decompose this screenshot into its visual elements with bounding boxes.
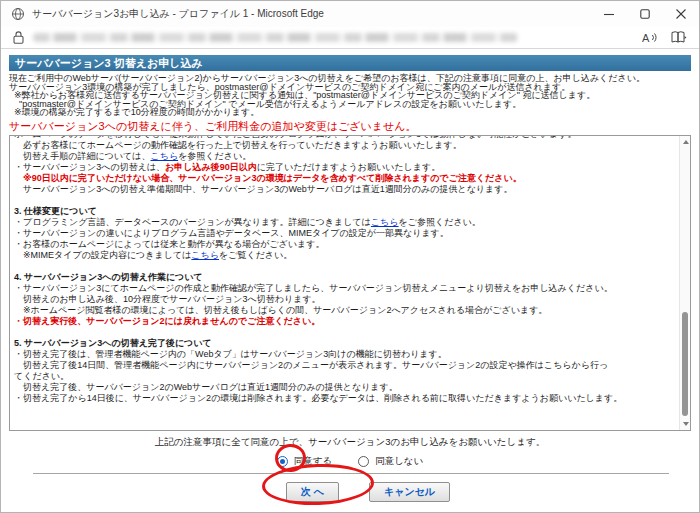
address-bar: A bbox=[1, 27, 699, 49]
address-bar-actions: A bbox=[642, 31, 687, 44]
terms-line: 必ずお客様にてホームページの動作確認を行った上で切替えを行っていただきますようお… bbox=[14, 140, 675, 151]
window-title: サーババージョン3お申し込み - プロファイル 1 - Microsoft Ed… bbox=[32, 7, 324, 21]
terms-text: 4. サーババージョン3への切替え作業について bbox=[14, 272, 203, 282]
terms-link[interactable]: こちら bbox=[371, 217, 399, 227]
scroll-down-arrow-icon[interactable] bbox=[680, 418, 691, 430]
intro-line: ※環境の構築が完了するまで10分程度の時間がかかります。 bbox=[9, 108, 691, 117]
close-button[interactable] bbox=[663, 1, 699, 27]
terms-text: をご覧ください。 bbox=[219, 250, 292, 260]
terms-line: ・サーババージョン3への切替えは、お申し込み後90日以内に完了いただけますようお… bbox=[14, 162, 675, 173]
terms-scrollbar[interactable] bbox=[679, 136, 690, 430]
read-aloud-icon[interactable]: A bbox=[642, 31, 657, 44]
title-bar: サーババージョン3お申し込み - プロファイル 1 - Microsoft Ed… bbox=[1, 1, 699, 27]
terms-text: 5. サーババージョン3への切替え完了後について bbox=[14, 338, 212, 348]
terms-text: 3. 仕様変更について bbox=[14, 206, 97, 216]
terms-line bbox=[14, 327, 675, 338]
terms-content: ホームページのデータを移行しても、従来動作していたご自身のプログラムが、サーババ… bbox=[10, 136, 679, 404]
terms-text: ・サーババージョン3への切替えは、 bbox=[14, 162, 165, 172]
globe-icon bbox=[11, 7, 25, 21]
terms-text: 必ずお客様にてホームページの動作確認を行った上で切替えを行っていただきますようお… bbox=[23, 140, 462, 150]
terms-line: サーババージョン3への切替え準備期間中、サーババージョン3のWebサーバログは直… bbox=[14, 184, 675, 195]
terms-text: ・切替え実行後、サーババージョン2には戻れませんのでご注意ください。 bbox=[14, 316, 320, 326]
terms-text: に完了いただけますようお願いいたします。 bbox=[257, 162, 440, 172]
terms-line: ・切替え完了から14日後に、サーババージョン2の環境は削除されます。必要なデータ… bbox=[14, 393, 675, 404]
browser-window: サーババージョン3お申し込み - プロファイル 1 - Microsoft Ed… bbox=[0, 0, 700, 513]
terms-text: お申し込み後90日以内 bbox=[165, 162, 257, 172]
intro-text: 現在ご利用中のWebサーバ(サーババージョン2)からサーババージョン3への切替え… bbox=[9, 74, 691, 117]
terms-line: ・切替え完了後は、管理者機能ページ内の「Webタブ」はサーババージョン3向けの機… bbox=[14, 349, 675, 360]
terms-line: てください。 bbox=[14, 371, 675, 382]
page-content: サーババージョン3 切替えお申し込み 現在ご利用中のWebサーバ(サーババージョ… bbox=[1, 49, 699, 502]
maximize-button[interactable] bbox=[627, 1, 663, 27]
terms-line: 切替え完了後、サーババージョン2のWebサーバログは直近1週間分のみの提供となり… bbox=[14, 382, 675, 393]
disagree-radio[interactable] bbox=[358, 456, 369, 467]
button-row: 次 へ キャンセル bbox=[27, 482, 700, 502]
terms-text: ※MIMEタイプの設定内容につきましては bbox=[23, 250, 191, 260]
disagree-label[interactable]: 同意しない bbox=[375, 455, 423, 468]
terms-text: 切替え手順の詳細については、 bbox=[23, 151, 150, 161]
terms-line: 3. 仕様変更について bbox=[14, 206, 675, 217]
terms-text: ※ホームページ閲覧者様の環境によっては、切替え後もしばらくの間、サーババージョン… bbox=[23, 305, 547, 315]
terms-line bbox=[14, 195, 675, 206]
close-icon bbox=[676, 9, 686, 19]
terms-line: 5. サーババージョン3への切替え完了後について bbox=[14, 338, 675, 349]
terms-text: ・プログラミング言語、データベースのバージョンが異なります。詳細につきましては bbox=[14, 217, 371, 227]
terms-line: 切替えのお申し込み後、10分程度でサーババージョン3へ切替わります。 bbox=[14, 294, 675, 305]
window-controls bbox=[591, 1, 699, 27]
terms-text: ・お客様のホームページによっては従来と動作が異なる場合がございます。 bbox=[14, 239, 324, 249]
agree-label[interactable]: 同意する bbox=[294, 455, 332, 468]
agreement-radio-group: 同意する 同意しない bbox=[9, 455, 691, 468]
maximize-icon bbox=[640, 9, 650, 19]
agreement-notice: 上記の注意事項に全て同意の上で、サーババージョン3のお申し込みをお願いいたします… bbox=[9, 436, 691, 449]
cancel-button[interactable]: キャンセル bbox=[369, 482, 450, 502]
terms-text: をご参照ください。 bbox=[399, 217, 481, 227]
terms-link[interactable]: こちら bbox=[150, 151, 178, 161]
terms-text: 切替えのお申し込み後、10分程度でサーババージョン3へ切替わります。 bbox=[23, 294, 321, 304]
terms-text: ・サーババージョンの違いによりプログラム言語やデータベース、MIMEタイプの設定… bbox=[14, 228, 449, 238]
terms-line: 切替え手順の詳細については、こちらを参照ください。 bbox=[14, 151, 675, 162]
terms-text: ※90日以内に完了いただけない場合、サーババージョン3の環境はデータを含めすべて… bbox=[23, 173, 522, 183]
terms-line: 4. サーババージョン3への切替え作業について bbox=[14, 272, 675, 283]
fee-notice: サーババージョン3への切替えに伴う、ご利用料金の追加や変更はございません。 bbox=[9, 120, 691, 132]
terms-link[interactable]: こちら bbox=[191, 250, 219, 260]
terms-line: ※MIMEタイプの設定内容につきましてはこちらをご覧ください。 bbox=[14, 250, 675, 261]
terms-line: ・サーババージョン3にてホームページの作成と動作確認が完了しましたら、サーババー… bbox=[14, 283, 675, 294]
scrollbar-thumb[interactable] bbox=[682, 312, 688, 416]
terms-line bbox=[14, 261, 675, 272]
agree-radio[interactable] bbox=[277, 456, 288, 467]
terms-text: ・切替え完了後は、管理者機能ページ内の「Webタブ」はサーババージョン3向けの機… bbox=[14, 349, 447, 359]
url-field-blurred[interactable] bbox=[33, 33, 518, 42]
minimize-icon bbox=[604, 9, 614, 19]
terms-line: 切替え完了後14日間、管理者機能ページ内にサーババージョン2のメニューが表示され… bbox=[14, 360, 675, 371]
terms-line: ・プログラミング言語、データベースのバージョンが異なります。詳細につきましてはこ… bbox=[14, 217, 675, 228]
terms-text: 切替え完了後、サーババージョン2のWebサーバログは直近1週間分のみの提供となり… bbox=[23, 382, 398, 392]
page-title: サーババージョン3 切替えお申し込み bbox=[9, 55, 691, 71]
next-button[interactable]: 次 へ bbox=[286, 482, 339, 502]
terms-text: ・切替え完了から14日後に、サーババージョン2の環境は削除されます。必要なデータ… bbox=[14, 393, 622, 403]
terms-line: ※90日以内に完了いただけない場合、サーババージョン3の環境はデータを含めすべて… bbox=[14, 173, 675, 184]
immersive-reader-icon[interactable] bbox=[671, 31, 687, 44]
lock-icon bbox=[13, 31, 24, 44]
terms-text: ・サーババージョン3にてホームページの作成と動作確認が完了しましたら、サーババー… bbox=[14, 283, 613, 293]
terms-text: を参照ください。 bbox=[178, 151, 251, 161]
terms-line: ・切替え実行後、サーババージョン2には戻れませんのでご注意ください。 bbox=[14, 316, 675, 327]
terms-line: ・サーババージョンの違いによりプログラム言語やデータベース、MIMEタイプの設定… bbox=[14, 228, 675, 239]
terms-text: てください。 bbox=[14, 371, 69, 381]
terms-text: サーババージョン3への切替え準備期間中、サーババージョン3のWebサーバログは直… bbox=[23, 184, 512, 194]
svg-text:A: A bbox=[642, 32, 650, 44]
divider bbox=[33, 473, 669, 474]
terms-text: 切替え完了後14日間、管理者機能ページ内にサーババージョン2のメニューが表示され… bbox=[23, 360, 608, 370]
terms-line: ※ホームページ閲覧者様の環境によっては、切替え後もしばらくの間、サーババージョン… bbox=[14, 305, 675, 316]
scroll-up-arrow-icon[interactable] bbox=[680, 136, 691, 148]
terms-scroll-box[interactable]: ホームページのデータを移行しても、従来動作していたご自身のプログラムが、サーババ… bbox=[9, 135, 691, 431]
terms-line: ・お客様のホームページによっては従来と動作が異なる場合がございます。 bbox=[14, 239, 675, 250]
minimize-button[interactable] bbox=[591, 1, 627, 27]
terms-text: ホームページのデータを移行しても、従来動作していたご自身のプログラムが、サーババ… bbox=[14, 136, 576, 139]
